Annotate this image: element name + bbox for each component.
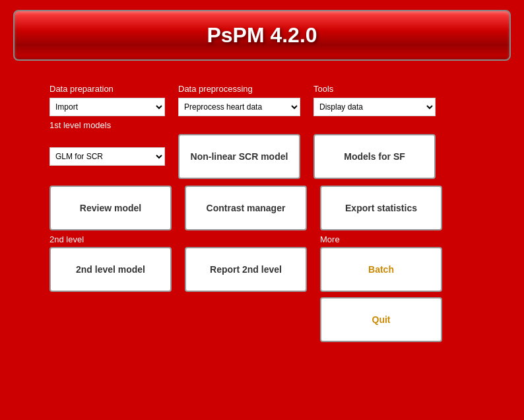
spacer-label [185,234,307,244]
data-preprocessing-select[interactable]: Preprocess heart data [178,98,300,116]
main-container: PsPM 4.2.0 Data preparation Import Data … [0,0,524,420]
app-title: PsPM 4.2.0 [207,23,317,47]
header-banner: PsPM 4.2.0 [13,10,511,61]
data-preparation-label: Data preparation [49,84,165,94]
report-2nd-level-button[interactable]: Report 2nd level [185,247,307,292]
contrast-manager-button[interactable]: Contrast manager [185,186,307,230]
nonlinear-scr-button[interactable]: Non-linear SCR model [178,134,300,179]
tools-label: Tools [313,84,436,94]
batch-button[interactable]: Batch [320,247,442,292]
more-label: More [320,234,442,244]
data-preprocessing-label: Data preprocessing [178,84,300,94]
data-preparation-group: Data preparation Import [49,84,165,116]
glm-select[interactable]: GLM for SCR [49,147,165,166]
tools-group: Tools Display data [313,84,436,116]
second-level-label: 2nd level [49,234,172,244]
export-statistics-button[interactable]: Export statistics [320,186,442,230]
layout-wrapper: Data preparation Import Data preprocessi… [13,74,511,357]
tools-select[interactable]: Display data [313,98,436,116]
review-model-button[interactable]: Review model [49,186,172,230]
first-level-label: 1st level models [49,120,475,130]
data-preparation-select[interactable]: Import [49,98,165,116]
data-preprocessing-group: Data preprocessing Preprocess heart data [178,84,300,116]
second-level-model-button[interactable]: 2nd level model [49,247,172,292]
quit-button[interactable]: Quit [320,297,442,342]
models-sf-button[interactable]: Models for SF [313,134,436,179]
